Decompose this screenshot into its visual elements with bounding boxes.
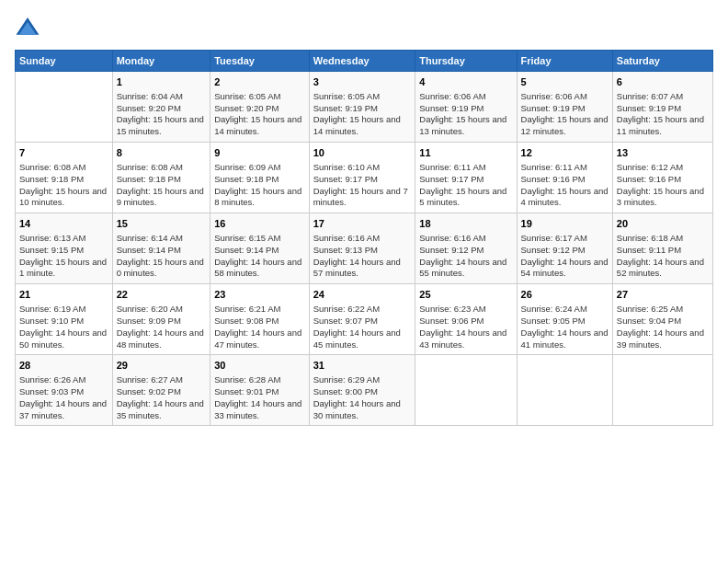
calendar-cell: 9Sunrise: 6:09 AMSunset: 9:18 PMDaylight… <box>210 143 310 213</box>
calendar-cell: 16Sunrise: 6:15 AMSunset: 9:14 PMDayligh… <box>210 213 310 284</box>
calendar-cell: 11Sunrise: 6:11 AMSunset: 9:17 PMDayligh… <box>415 143 517 213</box>
calendar-cell: 12Sunrise: 6:11 AMSunset: 9:16 PMDayligh… <box>517 143 612 213</box>
day-number: 18 <box>419 217 512 231</box>
day-number: 23 <box>214 288 305 302</box>
calendar-week-row: 7Sunrise: 6:08 AMSunset: 9:18 PMDaylight… <box>16 143 713 213</box>
day-info: Sunrise: 6:27 AMSunset: 9:02 PMDaylight:… <box>117 374 207 421</box>
day-number: 16 <box>214 217 305 231</box>
header-day: Tuesday <box>210 51 310 72</box>
day-number: 13 <box>617 146 709 160</box>
day-info: Sunrise: 6:08 AMSunset: 9:18 PMDaylight:… <box>117 162 207 209</box>
header-row: SundayMondayTuesdayWednesdayThursdayFrid… <box>16 51 713 72</box>
day-info: Sunrise: 6:18 AMSunset: 9:11 PMDaylight:… <box>617 233 709 280</box>
calendar-cell: 18Sunrise: 6:16 AMSunset: 9:12 PMDayligh… <box>415 213 517 284</box>
day-number: 20 <box>617 217 709 231</box>
day-number: 5 <box>521 75 609 89</box>
day-info: Sunrise: 6:21 AMSunset: 9:08 PMDaylight:… <box>214 304 305 350</box>
day-info: Sunrise: 6:26 AMSunset: 9:03 PMDaylight:… <box>19 374 108 421</box>
day-number: 14 <box>19 217 108 231</box>
day-number: 12 <box>521 146 609 160</box>
header-day: Saturday <box>612 51 712 72</box>
day-number: 22 <box>117 288 207 302</box>
header-day: Wednesday <box>309 51 415 72</box>
calendar-cell: 15Sunrise: 6:14 AMSunset: 9:14 PMDayligh… <box>112 213 210 284</box>
calendar-cell: 8Sunrise: 6:08 AMSunset: 9:18 PMDaylight… <box>112 143 210 213</box>
calendar-cell: 22Sunrise: 6:20 AMSunset: 9:09 PMDayligh… <box>112 284 210 355</box>
calendar-cell: 20Sunrise: 6:18 AMSunset: 9:11 PMDayligh… <box>612 213 712 284</box>
calendar-cell: 2Sunrise: 6:05 AMSunset: 9:20 PMDaylight… <box>210 72 310 143</box>
calendar-week-row: 21Sunrise: 6:19 AMSunset: 9:10 PMDayligh… <box>16 284 713 355</box>
day-number: 28 <box>19 359 108 373</box>
header-day: Monday <box>112 51 210 72</box>
calendar-cell: 30Sunrise: 6:28 AMSunset: 9:01 PMDayligh… <box>210 355 310 426</box>
calendar-cell: 26Sunrise: 6:24 AMSunset: 9:05 PMDayligh… <box>517 284 612 355</box>
calendar-cell: 5Sunrise: 6:06 AMSunset: 9:19 PMDaylight… <box>517 72 612 143</box>
calendar-cell <box>16 72 113 143</box>
day-number: 4 <box>419 75 512 89</box>
day-number: 8 <box>117 146 207 160</box>
calendar-cell: 13Sunrise: 6:12 AMSunset: 9:16 PMDayligh… <box>612 143 712 213</box>
day-number: 17 <box>313 217 412 231</box>
calendar-cell: 31Sunrise: 6:29 AMSunset: 9:00 PMDayligh… <box>309 355 415 426</box>
day-info: Sunrise: 6:20 AMSunset: 9:09 PMDaylight:… <box>117 304 207 350</box>
day-info: Sunrise: 6:09 AMSunset: 9:18 PMDaylight:… <box>214 162 305 209</box>
day-info: Sunrise: 6:05 AMSunset: 9:20 PMDaylight:… <box>214 91 305 138</box>
day-number: 24 <box>313 288 412 302</box>
calendar-table: SundayMondayTuesdayWednesdayThursdayFrid… <box>15 50 713 426</box>
calendar-cell <box>415 355 517 426</box>
logo-icon <box>15 15 40 40</box>
day-info: Sunrise: 6:14 AMSunset: 9:14 PMDaylight:… <box>117 233 207 280</box>
day-info: Sunrise: 6:15 AMSunset: 9:14 PMDaylight:… <box>214 233 305 280</box>
day-info: Sunrise: 6:28 AMSunset: 9:01 PMDaylight:… <box>214 374 305 421</box>
day-info: Sunrise: 6:05 AMSunset: 9:19 PMDaylight:… <box>313 91 412 138</box>
day-number: 30 <box>214 359 305 373</box>
day-info: Sunrise: 6:07 AMSunset: 9:19 PMDaylight:… <box>617 91 709 138</box>
day-number: 1 <box>117 75 207 89</box>
day-number: 25 <box>419 288 512 302</box>
day-info: Sunrise: 6:24 AMSunset: 9:05 PMDaylight:… <box>521 304 609 350</box>
calendar-cell: 25Sunrise: 6:23 AMSunset: 9:06 PMDayligh… <box>415 284 517 355</box>
day-info: Sunrise: 6:06 AMSunset: 9:19 PMDaylight:… <box>419 91 512 138</box>
day-number: 21 <box>19 288 108 302</box>
day-info: Sunrise: 6:29 AMSunset: 9:00 PMDaylight:… <box>313 374 412 421</box>
day-number: 2 <box>214 75 305 89</box>
day-info: Sunrise: 6:16 AMSunset: 9:13 PMDaylight:… <box>313 233 412 280</box>
day-number: 3 <box>313 75 412 89</box>
page: SundayMondayTuesdayWednesdayThursdayFrid… <box>0 0 728 563</box>
day-number: 9 <box>214 146 305 160</box>
day-info: Sunrise: 6:22 AMSunset: 9:07 PMDaylight:… <box>313 304 412 350</box>
day-info: Sunrise: 6:04 AMSunset: 9:20 PMDaylight:… <box>117 91 207 138</box>
day-number: 26 <box>521 288 609 302</box>
day-number: 19 <box>521 217 609 231</box>
calendar-cell: 23Sunrise: 6:21 AMSunset: 9:08 PMDayligh… <box>210 284 310 355</box>
day-info: Sunrise: 6:08 AMSunset: 9:18 PMDaylight:… <box>19 162 108 209</box>
calendar-cell: 28Sunrise: 6:26 AMSunset: 9:03 PMDayligh… <box>16 355 113 426</box>
calendar-week-row: 28Sunrise: 6:26 AMSunset: 9:03 PMDayligh… <box>16 355 713 426</box>
day-number: 27 <box>617 288 709 302</box>
day-info: Sunrise: 6:10 AMSunset: 9:17 PMDaylight:… <box>313 162 412 209</box>
calendar-cell: 3Sunrise: 6:05 AMSunset: 9:19 PMDaylight… <box>309 72 415 143</box>
day-info: Sunrise: 6:25 AMSunset: 9:04 PMDaylight:… <box>617 304 709 350</box>
header-day: Thursday <box>415 51 517 72</box>
calendar-week-row: 14Sunrise: 6:13 AMSunset: 9:15 PMDayligh… <box>16 213 713 284</box>
calendar-cell: 10Sunrise: 6:10 AMSunset: 9:17 PMDayligh… <box>309 143 415 213</box>
calendar-cell: 27Sunrise: 6:25 AMSunset: 9:04 PMDayligh… <box>612 284 712 355</box>
calendar-cell: 21Sunrise: 6:19 AMSunset: 9:10 PMDayligh… <box>16 284 113 355</box>
header <box>15 15 713 40</box>
day-info: Sunrise: 6:11 AMSunset: 9:16 PMDaylight:… <box>521 162 609 209</box>
day-info: Sunrise: 6:19 AMSunset: 9:10 PMDaylight:… <box>19 304 108 350</box>
day-number: 29 <box>117 359 207 373</box>
day-info: Sunrise: 6:16 AMSunset: 9:12 PMDaylight:… <box>419 233 512 280</box>
day-number: 7 <box>19 146 108 160</box>
day-info: Sunrise: 6:23 AMSunset: 9:06 PMDaylight:… <box>419 304 512 350</box>
header-day: Sunday <box>16 51 113 72</box>
day-number: 10 <box>313 146 412 160</box>
day-number: 6 <box>617 75 709 89</box>
calendar-cell: 17Sunrise: 6:16 AMSunset: 9:13 PMDayligh… <box>309 213 415 284</box>
day-info: Sunrise: 6:11 AMSunset: 9:17 PMDaylight:… <box>419 162 512 209</box>
calendar-cell <box>612 355 712 426</box>
calendar-cell: 7Sunrise: 6:08 AMSunset: 9:18 PMDaylight… <box>16 143 113 213</box>
calendar-cell: 29Sunrise: 6:27 AMSunset: 9:02 PMDayligh… <box>112 355 210 426</box>
day-info: Sunrise: 6:17 AMSunset: 9:12 PMDaylight:… <box>521 233 609 280</box>
day-info: Sunrise: 6:06 AMSunset: 9:19 PMDaylight:… <box>521 91 609 138</box>
